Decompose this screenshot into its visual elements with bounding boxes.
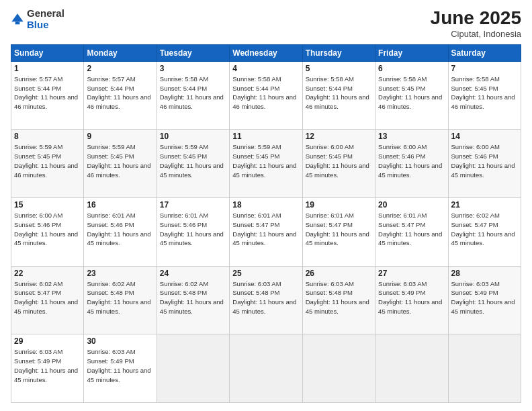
day-number: 21	[451, 200, 518, 210]
sunset-label: Sunset: 5:45 PM	[87, 152, 134, 160]
calendar-cell: 13 Sunrise: 6:00 AM Sunset: 5:46 PM Dayl…	[375, 130, 448, 198]
daylight-label: Daylight: 11 hours and 45 minutes.	[232, 162, 296, 179]
sunset-label: Sunset: 5:46 PM	[14, 221, 61, 228]
calendar-cell: 10 Sunrise: 5:59 AM Sunset: 5:45 PM Dayl…	[157, 130, 229, 198]
calendar-cell: 27 Sunrise: 6:03 AM Sunset: 5:49 PM Dayl…	[375, 266, 448, 334]
day-number: 23	[87, 269, 153, 278]
sunset-label: Sunset: 5:44 PM	[232, 85, 279, 92]
calendar-cell: 9 Sunrise: 5:59 AM Sunset: 5:45 PM Dayli…	[84, 130, 157, 198]
day-number: 19	[306, 200, 372, 210]
calendar-week-row: 22 Sunrise: 6:02 AM Sunset: 5:47 PM Dayl…	[11, 266, 521, 334]
location: Ciputat, Indonesia	[431, 29, 521, 39]
sunrise-label: Sunrise: 5:58 AM	[378, 75, 427, 83]
month-title: June 2025	[431, 8, 521, 29]
calendar-header-saturday: Saturday	[448, 44, 521, 61]
sunrise-label: Sunrise: 6:01 AM	[378, 212, 427, 219]
sunrise-label: Sunrise: 5:58 AM	[160, 75, 208, 83]
sunset-label: Sunset: 5:47 PM	[14, 289, 61, 296]
daylight-label: Daylight: 11 hours and 45 minutes.	[87, 230, 150, 247]
sunset-label: Sunset: 5:46 PM	[378, 152, 425, 160]
calendar-cell: 15 Sunrise: 6:00 AM Sunset: 5:46 PM Dayl…	[11, 198, 84, 267]
day-number: 17	[160, 200, 226, 210]
day-number: 15	[14, 200, 81, 210]
day-info: Sunrise: 6:00 AM Sunset: 5:46 PM Dayligh…	[14, 211, 81, 248]
sunrise-label: Sunrise: 6:00 AM	[451, 143, 500, 150]
sunrise-label: Sunrise: 6:03 AM	[378, 280, 427, 287]
day-info: Sunrise: 5:58 AM Sunset: 5:44 PM Dayligh…	[160, 75, 226, 111]
daylight-label: Daylight: 11 hours and 46 minutes.	[378, 93, 442, 110]
daylight-label: Daylight: 11 hours and 45 minutes.	[160, 162, 224, 179]
daylight-label: Daylight: 11 hours and 45 minutes.	[87, 298, 150, 315]
calendar-cell: 6 Sunrise: 5:58 AM Sunset: 5:45 PM Dayli…	[375, 61, 448, 130]
calendar-cell: 20 Sunrise: 6:01 AM Sunset: 5:47 PM Dayl…	[375, 198, 448, 267]
day-info: Sunrise: 5:59 AM Sunset: 5:45 PM Dayligh…	[160, 142, 226, 179]
day-info: Sunrise: 6:01 AM Sunset: 5:47 PM Dayligh…	[232, 211, 299, 248]
day-number: 25	[232, 269, 299, 278]
calendar-cell: 16 Sunrise: 6:01 AM Sunset: 5:46 PM Dayl…	[84, 198, 157, 267]
logo-general: General	[27, 8, 64, 19]
calendar-cell	[230, 334, 302, 403]
calendar-cell: 26 Sunrise: 6:03 AM Sunset: 5:48 PM Dayl…	[302, 266, 375, 334]
day-info: Sunrise: 5:58 AM Sunset: 5:45 PM Dayligh…	[378, 75, 445, 111]
day-number: 27	[378, 269, 445, 278]
calendar-cell: 14 Sunrise: 6:00 AM Sunset: 5:46 PM Dayl…	[448, 130, 521, 198]
day-number: 1	[14, 64, 81, 73]
calendar-header-row: SundayMondayTuesdayWednesdayThursdayFrid…	[11, 44, 521, 61]
calendar-cell: 23 Sunrise: 6:02 AM Sunset: 5:48 PM Dayl…	[84, 266, 157, 334]
day-info: Sunrise: 6:02 AM Sunset: 5:48 PM Dayligh…	[87, 279, 153, 316]
sunrise-label: Sunrise: 6:03 AM	[14, 348, 62, 355]
sunset-label: Sunset: 5:48 PM	[160, 289, 207, 296]
sunrise-label: Sunrise: 6:03 AM	[451, 280, 500, 287]
daylight-label: Daylight: 11 hours and 45 minutes.	[14, 367, 78, 383]
sunrise-label: Sunrise: 6:03 AM	[87, 348, 135, 355]
day-number: 20	[378, 200, 445, 210]
calendar-cell: 5 Sunrise: 5:58 AM Sunset: 5:44 PM Dayli…	[302, 61, 375, 130]
calendar-week-row: 29 Sunrise: 6:03 AM Sunset: 5:49 PM Dayl…	[11, 334, 521, 403]
daylight-label: Daylight: 11 hours and 45 minutes.	[87, 367, 150, 383]
day-number: 18	[232, 200, 299, 210]
sunrise-label: Sunrise: 6:01 AM	[87, 212, 135, 219]
calendar-cell: 3 Sunrise: 5:58 AM Sunset: 5:44 PM Dayli…	[157, 61, 229, 130]
day-number: 7	[451, 64, 518, 73]
daylight-label: Daylight: 11 hours and 45 minutes.	[451, 298, 515, 315]
calendar-cell: 25 Sunrise: 6:03 AM Sunset: 5:48 PM Dayl…	[230, 266, 302, 334]
sunset-label: Sunset: 5:44 PM	[14, 85, 61, 92]
day-number: 28	[451, 269, 518, 278]
sunrise-label: Sunrise: 6:02 AM	[14, 280, 62, 287]
calendar-cell: 12 Sunrise: 6:00 AM Sunset: 5:45 PM Dayl…	[302, 130, 375, 198]
daylight-label: Daylight: 11 hours and 45 minutes.	[232, 230, 296, 247]
calendar-cell: 21 Sunrise: 6:02 AM Sunset: 5:47 PM Dayl…	[448, 198, 521, 267]
sunrise-label: Sunrise: 6:00 AM	[306, 143, 354, 150]
daylight-label: Daylight: 11 hours and 45 minutes.	[378, 162, 442, 179]
day-info: Sunrise: 6:01 AM Sunset: 5:46 PM Dayligh…	[160, 211, 226, 248]
sunrise-label: Sunrise: 6:01 AM	[160, 212, 208, 219]
day-info: Sunrise: 5:59 AM Sunset: 5:45 PM Dayligh…	[232, 142, 299, 179]
day-info: Sunrise: 6:00 AM Sunset: 5:46 PM Dayligh…	[378, 142, 445, 179]
header: General Blue June 2025 Ciputat, Indonesi…	[11, 8, 521, 39]
logo: General Blue	[11, 8, 64, 30]
daylight-label: Daylight: 11 hours and 45 minutes.	[306, 230, 369, 247]
svg-marker-0	[11, 13, 23, 21]
sunset-label: Sunset: 5:44 PM	[87, 85, 134, 92]
calendar-cell: 8 Sunrise: 5:59 AM Sunset: 5:45 PM Dayli…	[11, 130, 84, 198]
sunset-label: Sunset: 5:47 PM	[378, 221, 425, 228]
sunset-label: Sunset: 5:46 PM	[160, 221, 207, 228]
day-info: Sunrise: 6:02 AM Sunset: 5:48 PM Dayligh…	[160, 279, 226, 316]
day-info: Sunrise: 6:03 AM Sunset: 5:48 PM Dayligh…	[306, 279, 372, 316]
day-info: Sunrise: 6:02 AM Sunset: 5:47 PM Dayligh…	[451, 211, 518, 248]
day-info: Sunrise: 5:58 AM Sunset: 5:44 PM Dayligh…	[306, 75, 372, 111]
page: General Blue June 2025 Ciputat, Indonesi…	[0, 0, 532, 411]
sunrise-label: Sunrise: 6:03 AM	[232, 280, 281, 287]
daylight-label: Daylight: 11 hours and 46 minutes.	[451, 93, 515, 110]
daylight-label: Daylight: 11 hours and 45 minutes.	[232, 298, 296, 315]
sunrise-label: Sunrise: 6:01 AM	[232, 212, 281, 219]
sunset-label: Sunset: 5:48 PM	[306, 289, 353, 296]
day-number: 9	[87, 132, 153, 141]
day-info: Sunrise: 6:01 AM Sunset: 5:47 PM Dayligh…	[378, 211, 445, 248]
calendar-cell: 1 Sunrise: 5:57 AM Sunset: 5:44 PM Dayli…	[11, 61, 84, 130]
calendar-cell: 18 Sunrise: 6:01 AM Sunset: 5:47 PM Dayl…	[230, 198, 302, 267]
daylight-label: Daylight: 11 hours and 45 minutes.	[451, 230, 515, 247]
day-number: 24	[160, 269, 226, 278]
daylight-label: Daylight: 11 hours and 45 minutes.	[306, 298, 369, 315]
calendar-week-row: 1 Sunrise: 5:57 AM Sunset: 5:44 PM Dayli…	[11, 61, 521, 130]
